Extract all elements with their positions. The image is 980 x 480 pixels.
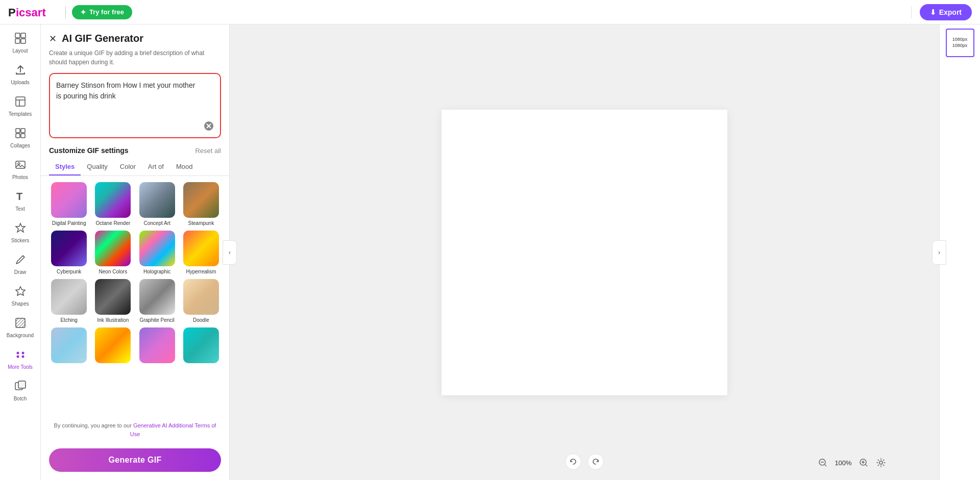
style-thumb-neon [95,231,131,266]
panel-header: ✕ AI GIF Generator [41,24,229,48]
tab-styles[interactable]: Styles [49,159,81,175]
zoom-in-button[interactable] [856,456,871,470]
canvas-size-selector[interactable]: 1080px 1080px [946,29,974,57]
undo-button[interactable] [565,453,581,470]
tab-quality[interactable]: Quality [81,159,113,175]
sidebar-item-more-tools[interactable]: More Tools [2,345,39,374]
sidebar-item-batch[interactable]: Botch [2,376,39,406]
style-graphite-pencil[interactable]: Graphite Pencil [137,279,177,323]
style-label-neon: Neon Colors [99,268,128,275]
try-free-label: Try for free [89,8,124,16]
sidebar-item-text[interactable]: T Text [2,187,39,216]
svg-rect-22 [18,381,26,388]
prompt-clear-button[interactable] [203,120,215,132]
sidebar-item-collages[interactable]: Collages [2,123,39,153]
topbar-sep [911,6,912,18]
generate-gif-button[interactable]: Generate GIF [49,448,221,472]
svg-rect-4 [15,39,20,43]
style-thumb-concept [139,182,175,218]
style-etching[interactable]: Etching [49,279,89,323]
left-sidebar: Layout Uploads Templates Collages Photos [0,24,41,480]
bottom-bar [565,453,604,470]
svg-rect-9 [16,129,20,133]
templates-icon [15,96,26,109]
style-concept-art[interactable]: Concept Art [137,182,177,226]
tab-color[interactable]: Color [114,159,142,175]
style-thumb-octane [95,182,131,218]
disclaimer-link[interactable]: Generative AI Additional Terms of Use [130,422,216,437]
style-label-cyberpunk: Cyberpunk [57,268,81,275]
svg-point-33 [879,461,883,464]
svg-rect-11 [16,134,20,138]
style-steampunk[interactable]: Steampunk [181,182,221,226]
stickers-icon [15,222,26,236]
magic-icon: ✦ [80,8,86,16]
style-cyberpunk[interactable]: Cyberpunk [49,231,89,275]
sidebar-item-photos[interactable]: Photos [2,155,39,185]
sidebar-item-templates[interactable]: Templates [2,92,39,121]
canvas-settings-button[interactable] [874,456,888,470]
panel-close-button[interactable]: ✕ [49,34,57,43]
sidebar-item-draw[interactable]: Draw [2,250,39,280]
customize-title: Customize GIF settings [49,146,129,155]
svg-text:P: P [8,6,16,19]
ai-gif-panel: ✕ AI GIF Generator Create a unique GIF b… [41,24,230,480]
svg-rect-10 [21,129,25,133]
style-row4b[interactable] [93,327,133,365]
sidebar-item-text-label: Text [15,206,24,212]
sidebar-item-shapes-label: Shapes [12,301,29,307]
sidebar-item-shapes[interactable]: Shapes [2,282,39,311]
zoom-out-button[interactable] [816,456,830,470]
panel-collapse-button[interactable]: ‹ [223,240,237,265]
svg-rect-5 [21,39,26,43]
text-icon: T [15,191,26,204]
sidebar-item-background-label: Background [7,333,34,339]
sidebar-item-background[interactable]: Background [2,313,39,343]
style-octane-render[interactable]: Octane Render [93,182,133,226]
canvas-white [442,110,727,395]
svg-point-19 [16,356,19,358]
style-thumb-row4a [51,327,87,363]
svg-text:icsart: icsart [16,6,46,19]
svg-point-14 [18,163,20,165]
style-label-ink: Ink Illustration [97,317,129,323]
svg-point-18 [21,352,24,355]
uploads-icon [15,64,26,78]
style-row4c[interactable] [137,327,177,365]
sidebar-item-uploads[interactable]: Uploads [2,60,39,90]
style-row4d[interactable] [181,327,221,365]
svg-text:T: T [16,191,22,202]
style-label-holographic: Holographic [143,268,170,275]
style-digital-painting[interactable]: Digital Painting [49,182,89,226]
logo[interactable]: P icsart [8,5,59,19]
collages-icon [15,128,26,141]
style-ink-illustration[interactable]: Ink Illustration [93,279,133,323]
canvas-expand-button[interactable]: › [932,240,946,265]
style-doodle[interactable]: Doodle [181,279,221,323]
shapes-icon [15,286,26,299]
style-holographic[interactable]: Holographic [137,231,177,275]
style-thumb-steampunk [183,182,219,218]
tab-mood[interactable]: Mood [170,159,199,175]
tab-art-of[interactable]: Art of [142,159,170,175]
sidebar-item-stickers[interactable]: Stickers [2,218,39,248]
redo-button[interactable] [587,453,604,470]
more-tools-icon [15,349,26,362]
style-thumb-row4c [139,327,175,363]
sidebar-item-layout[interactable]: Layout [2,29,39,58]
style-row4a[interactable] [49,327,89,365]
try-free-button[interactable]: ✦ Try for free [72,5,132,19]
reset-all-button[interactable]: Reset all [195,147,221,155]
disclaimer: By continuing, you agree to our Generati… [41,416,229,443]
export-button[interactable]: ⬇ Export [920,4,972,20]
prompt-textarea[interactable]: Barney Stinson from How I met your mothe… [50,74,220,135]
layout-icon [15,33,26,46]
sidebar-item-uploads-label: Uploads [11,80,30,86]
svg-rect-2 [15,33,20,38]
sidebar-item-collages-label: Collages [10,143,30,149]
style-hyperrealism[interactable]: Hyperrealism [181,231,221,275]
svg-line-28 [825,465,826,466]
sidebar-item-batch-label: Botch [14,396,27,402]
prompt-wrapper: Barney Stinson from How I met your mothe… [49,73,221,138]
style-neon-colors[interactable]: Neon Colors [93,231,133,275]
